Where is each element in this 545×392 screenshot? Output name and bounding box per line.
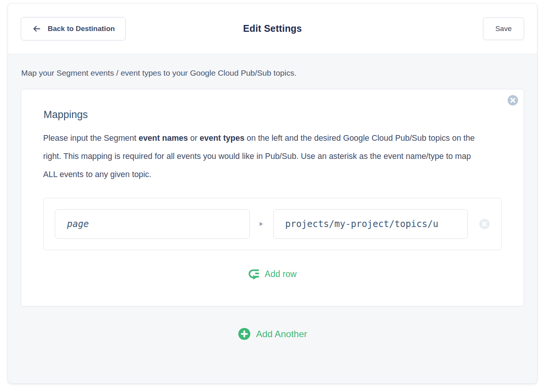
content: Map your Segment events / event types to… [8, 54, 537, 340]
add-row-label: Add row [265, 269, 296, 279]
add-row-button[interactable]: Add row [248, 268, 296, 280]
page-title: Edit Settings [243, 23, 302, 34]
description-text: or [188, 134, 199, 143]
arrow-left-icon [32, 24, 42, 33]
intro-text: Map your Segment events / event types to… [21, 68, 524, 78]
event-name-input[interactable] [55, 209, 250, 239]
plus-circle-icon [238, 328, 251, 340]
mappings-card: Mappings Please input the Segment event … [21, 89, 524, 306]
back-to-destination-button[interactable]: Back to Destination [21, 17, 126, 40]
mappings-title: Mappings [44, 109, 502, 121]
topic-input[interactable] [273, 209, 468, 239]
mappings-description: Please input the Segment event names or … [43, 129, 486, 184]
triangle-right-icon [250, 221, 273, 227]
insert-row-arrow-icon [248, 268, 260, 280]
description-bold-event-names: event names [139, 134, 188, 143]
description-bold-event-types: event types [200, 134, 244, 143]
close-card-icon[interactable] [507, 95, 519, 106]
add-another-label: Add Another [256, 329, 307, 339]
mapping-row [43, 198, 502, 250]
description-text: Please input the Segment [43, 134, 139, 143]
remove-row-icon[interactable] [479, 218, 490, 230]
add-another-button[interactable]: Add Another [238, 328, 307, 340]
save-button-label: Save [495, 25, 512, 33]
app-frame: Back to Destination Edit Settings Save M… [8, 3, 537, 384]
back-button-label: Back to Destination [48, 25, 115, 33]
header: Back to Destination Edit Settings Save [8, 3, 537, 54]
save-button[interactable]: Save [483, 17, 524, 40]
